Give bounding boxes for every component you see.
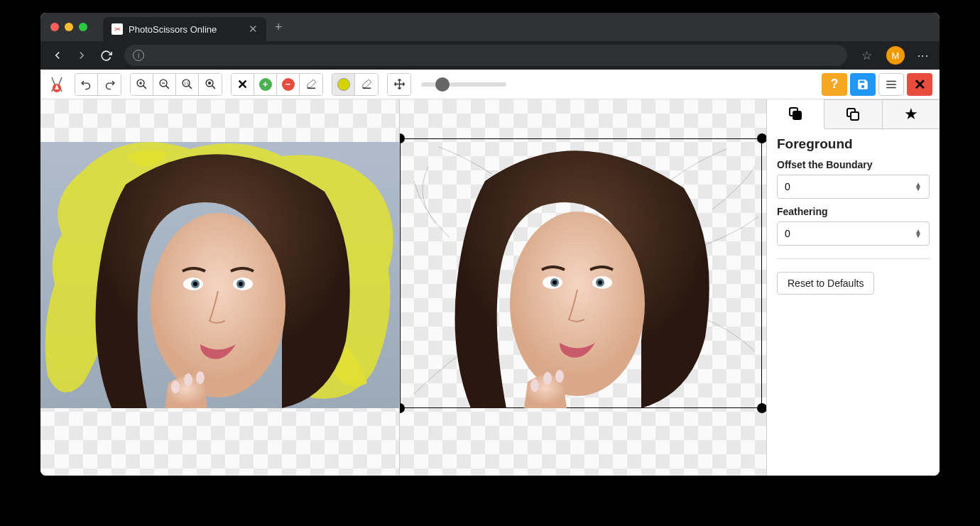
app-toolbar: 1:1 ✕ + − ? — [40, 70, 940, 99]
bookmark-button[interactable]: ☆ — [861, 48, 872, 63]
result-canvas[interactable] — [400, 99, 766, 476]
zoom-fit-button[interactable] — [199, 74, 222, 95]
tab-foreground[interactable] — [767, 99, 824, 129]
svg-point-24 — [530, 379, 539, 392]
feathering-value: 0 — [785, 228, 790, 239]
select-arrows-icon: ▲▼ — [915, 182, 922, 191]
source-canvas[interactable] — [40, 99, 400, 476]
reset-defaults-button[interactable]: Reset to Defaults — [777, 272, 874, 295]
back-button[interactable] — [48, 45, 67, 65]
browser-menu-button[interactable]: ⋮ — [916, 50, 930, 61]
marker-group: ✕ + − — [231, 73, 323, 96]
hair-marker-button[interactable] — [332, 74, 355, 95]
address-bar[interactable]: i — [124, 45, 847, 66]
svg-point-23 — [598, 280, 602, 285]
move-button[interactable] — [388, 74, 410, 95]
browser-navbar: i ☆ M ⋮ — [40, 41, 940, 70]
feathering-label: Feathering — [777, 206, 930, 217]
svg-text:1:1: 1:1 — [184, 82, 189, 85]
cutout-illustration — [400, 138, 762, 408]
undo-button[interactable] — [75, 74, 98, 95]
maximize-window-button[interactable] — [79, 23, 87, 31]
forward-button[interactable] — [72, 45, 92, 65]
svg-point-10 — [193, 282, 197, 286]
browser-window: ✂ PhotoScissors Online ✕ + i ☆ M ⋮ — [40, 13, 940, 476]
svg-point-15 — [184, 373, 192, 386]
reload-button[interactable] — [96, 45, 116, 65]
window-controls — [50, 23, 87, 31]
redo-button[interactable] — [98, 74, 121, 95]
divider — [777, 258, 930, 259]
app-menu-button[interactable] — [878, 73, 904, 96]
help-button[interactable]: ? — [822, 73, 847, 96]
profile-avatar[interactable]: M — [886, 46, 905, 65]
save-button[interactable] — [850, 73, 876, 96]
tab-title: PhotoScissors Online — [129, 24, 243, 35]
panel-body: Foreground Offset the Boundary 0 ▲▼ Feat… — [767, 129, 940, 302]
titlebar: ✂ PhotoScissors Online ✕ + — [40, 13, 940, 41]
svg-point-25 — [543, 372, 552, 385]
site-info-icon[interactable]: i — [133, 50, 144, 61]
tab-close-icon[interactable]: ✕ — [249, 23, 258, 35]
zoom-in-button[interactable] — [131, 74, 153, 95]
browser-tab[interactable]: ✂ PhotoScissors Online ✕ — [103, 17, 266, 41]
result-image — [400, 138, 762, 408]
foreground-marker-button[interactable]: + — [254, 74, 277, 95]
move-group — [387, 73, 411, 96]
svg-point-6 — [208, 82, 210, 84]
slider-thumb[interactable] — [435, 77, 450, 92]
panel-title: Foreground — [777, 136, 930, 152]
properties-panel: ★ Foreground Offset the Boundary 0 ▲▼ Fe… — [766, 99, 940, 476]
main-area: ★ Foreground Offset the Boundary 0 ▲▼ Fe… — [40, 99, 940, 476]
hair-group — [332, 73, 379, 96]
hair-eraser-button[interactable] — [355, 74, 378, 95]
layers-outline-icon — [846, 108, 859, 121]
offset-value: 0 — [785, 181, 790, 192]
zoom-out-button[interactable] — [153, 74, 176, 95]
offset-select[interactable]: 0 ▲▼ — [777, 175, 930, 199]
svg-point-14 — [171, 380, 180, 393]
source-image — [40, 142, 400, 408]
clear-project-button[interactable]: ✕ — [907, 73, 932, 96]
offset-label: Offset the Boundary — [777, 159, 930, 170]
eraser-button[interactable] — [300, 74, 322, 95]
face-illustration — [40, 142, 400, 408]
svg-point-13 — [239, 282, 243, 286]
brush-size-slider[interactable] — [421, 82, 506, 87]
tab-favorites[interactable]: ★ — [883, 99, 940, 128]
minimize-window-button[interactable] — [65, 23, 73, 31]
undo-redo-group — [75, 73, 121, 96]
background-marker-button[interactable]: − — [277, 74, 300, 95]
zoom-group: 1:1 — [130, 73, 222, 96]
new-tab-button[interactable]: + — [275, 20, 283, 35]
clear-marks-button[interactable]: ✕ — [232, 74, 254, 95]
feathering-select[interactable]: 0 ▲▼ — [777, 221, 930, 246]
svg-point-16 — [196, 371, 205, 384]
star-icon: ★ — [904, 105, 918, 124]
close-window-button[interactable] — [50, 23, 59, 31]
layers-filled-icon — [789, 107, 802, 120]
tab-favicon: ✂ — [111, 23, 123, 35]
svg-point-7 — [151, 213, 285, 398]
tab-background[interactable] — [824, 99, 882, 128]
svg-point-20 — [552, 280, 557, 285]
svg-point-26 — [555, 370, 564, 383]
svg-point-17 — [510, 212, 645, 396]
zoom-actual-button[interactable]: 1:1 — [176, 74, 199, 95]
select-arrows-icon: ▲▼ — [915, 229, 922, 238]
app-logo — [48, 75, 66, 94]
panel-tabs: ★ — [767, 99, 940, 129]
